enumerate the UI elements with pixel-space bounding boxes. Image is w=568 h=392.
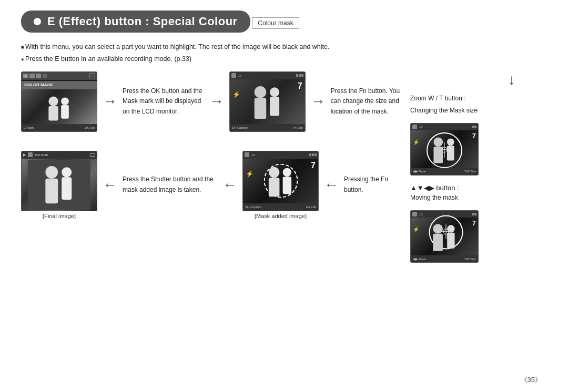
step2-text: Press the Fn button. You can change the …	[331, 86, 405, 117]
svg-point-2	[61, 97, 69, 105]
desc-line-1: With this menu, you can select a part yo…	[21, 42, 547, 52]
page: E (Effect) button : Special Colour Colou…	[0, 0, 568, 392]
svg-rect-23	[447, 146, 454, 160]
svg-rect-14	[269, 178, 280, 197]
move-title: ▲▼◀▶ button :	[410, 184, 459, 192]
left-section: ▶ ▭ COLOR MASK	[21, 71, 405, 263]
move-move: ◀▶ Move	[413, 257, 426, 261]
screen2-col: 10	[229, 71, 306, 132]
mask-edit: Fn Edit	[306, 205, 316, 209]
svg-point-11	[62, 167, 72, 177]
mask-capture: SH Capture	[245, 205, 261, 209]
mask-cam-num10: 10	[251, 153, 255, 157]
move-desc: Moving the mask	[410, 193, 459, 203]
color-mask-label: COLOR MASK	[24, 82, 53, 87]
svg-point-6	[270, 87, 279, 97]
move-cam-flash: ⚡	[413, 226, 419, 232]
arrow-right-2: →	[209, 93, 224, 110]
arrow-down-1: ↓	[508, 71, 515, 88]
arrow-left-1: ←	[103, 177, 117, 193]
cam1-back: E Back	[24, 126, 34, 129]
page-number: 《35》	[521, 375, 542, 385]
svg-rect-28	[433, 234, 443, 251]
cam1-set: OK Set	[85, 126, 95, 129]
arrow-right-1: →	[103, 93, 117, 110]
title-dot	[34, 18, 41, 25]
step4-text: Press the Shutter button and the mask ad…	[123, 174, 217, 194]
zoom-size: T/W Size	[464, 170, 476, 173]
svg-rect-16	[283, 177, 291, 194]
svg-rect-30	[447, 233, 454, 249]
cam2-flash: ⚡	[232, 91, 240, 98]
right-section: ↓ Zoom W / T button : Changing the Mask …	[410, 71, 547, 263]
page-title: E (Effect) button : Special Colour	[47, 15, 238, 28]
svg-point-0	[48, 96, 58, 106]
zoom-cam-flash: ⚡	[413, 139, 419, 145]
cam2-capture: SH Capture	[232, 126, 248, 129]
content-area: ▶ ▭ COLOR MASK	[21, 71, 547, 263]
mask-image-col: 10	[242, 151, 319, 219]
svg-rect-3	[61, 105, 69, 119]
bottom-section: ▶ 100-0010	[21, 151, 405, 219]
svg-point-22	[447, 138, 454, 146]
desc-line-2: Press the E button in an available recor…	[21, 54, 547, 64]
step3-text: Pressing the Fn button.	[344, 174, 405, 194]
mask-caption: [Mask added image]	[255, 213, 307, 219]
camera-screen-2: 10	[229, 71, 306, 132]
step1-text: Press the OK button and the Mask mark wi…	[123, 86, 204, 117]
camera-screen-1: ▶ ▭ COLOR MASK	[21, 71, 97, 132]
cam2-edit: Fn Edit	[293, 126, 303, 129]
title-bar: E (Effect) button : Special Colour	[21, 11, 250, 33]
svg-point-27	[433, 224, 443, 234]
camera-screen-final: ▶ 100-0010	[21, 151, 97, 211]
description-block: With this menu, you can select a part yo…	[21, 42, 547, 64]
zoom-cam-num7: 7	[472, 132, 476, 140]
move-size: T/W Size	[464, 257, 476, 261]
final-caption: [Final image]	[43, 213, 76, 219]
svg-rect-7	[270, 97, 279, 116]
svg-point-15	[283, 168, 291, 176]
svg-rect-8	[28, 160, 90, 210]
svg-rect-10	[45, 178, 58, 203]
bottom-row: ▶ 100-0010	[21, 151, 405, 219]
zoom-move: ◀▶ Move	[413, 170, 426, 173]
screen1-col: ▶ ▭ COLOR MASK	[21, 71, 97, 132]
camera-screen-zoom: 10	[410, 123, 479, 176]
svg-point-13	[269, 167, 280, 178]
zoom-title: Zoom W / T button :	[410, 94, 478, 104]
cam2-num7: 7	[298, 81, 302, 91]
file-num: 100-0010	[35, 153, 48, 157]
zoom-desc: Changing the Mask size	[410, 106, 478, 116]
final-image-col: ▶ 100-0010	[21, 151, 97, 219]
move-cam-num10: 10	[419, 213, 423, 216]
top-row: ▶ ▭ COLOR MASK	[21, 71, 405, 132]
arrow-right-3: →	[311, 93, 326, 110]
svg-rect-1	[48, 106, 58, 120]
svg-point-9	[45, 166, 58, 178]
zoom-section: Zoom W / T button : Changing the Mask si…	[410, 94, 478, 118]
mask-cam-num7: 7	[311, 161, 316, 170]
arrow-left-2: ←	[222, 177, 237, 193]
move-section: ▲▼◀▶ button : Moving the mask	[410, 184, 459, 205]
colour-mask-badge: Colour mask	[252, 17, 299, 29]
mask-cam-flash: ⚡	[246, 170, 253, 178]
svg-point-20	[433, 137, 443, 147]
camera-screen-mask: 10	[242, 151, 319, 211]
svg-point-4	[254, 86, 266, 98]
svg-rect-21	[433, 147, 443, 163]
cam2-num10: 10	[238, 74, 242, 77]
camera-screen-move: 10	[410, 210, 479, 263]
svg-point-29	[447, 225, 454, 232]
svg-rect-5	[254, 98, 266, 119]
move-cam-num7: 7	[472, 219, 476, 227]
svg-rect-12	[62, 177, 72, 200]
arrow-left-3: ←	[324, 177, 339, 193]
zoom-cam-num10: 10	[419, 125, 423, 128]
